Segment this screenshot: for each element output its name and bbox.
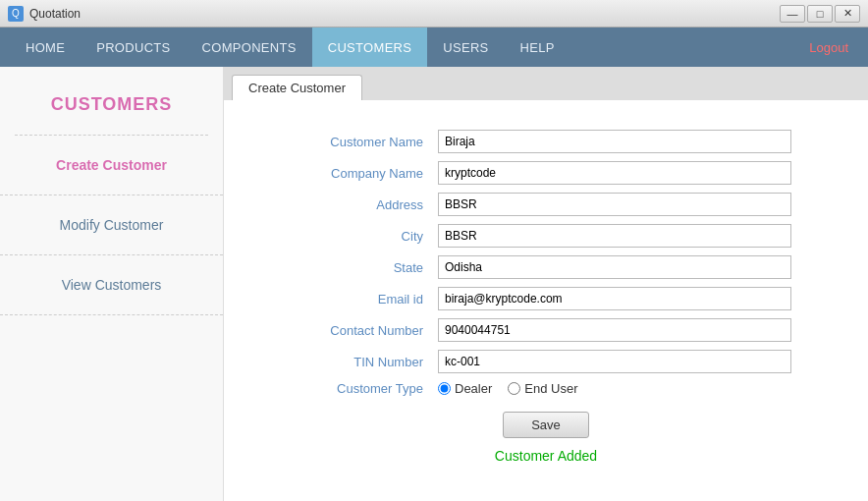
title-bar: Q Quotation — □ ✕ (0, 0, 868, 28)
radio-dealer-label: Dealer (455, 381, 492, 396)
success-message: Customer Added (300, 448, 791, 464)
tab-bar: Create Customer (224, 67, 868, 100)
address-row: Address (300, 193, 791, 216)
company-name-row: Company Name (300, 161, 791, 185)
radio-enduser-label: End User (524, 381, 577, 396)
app-title: Quotation (29, 7, 780, 21)
window-controls: — □ ✕ (780, 5, 860, 23)
company-name-input[interactable] (438, 161, 791, 185)
radio-dealer-input[interactable] (438, 382, 451, 395)
tin-row: TIN Number (300, 350, 791, 373)
tin-input[interactable] (438, 350, 791, 373)
city-row: City (300, 224, 791, 248)
address-label: Address (300, 197, 438, 212)
radio-enduser-input[interactable] (508, 382, 520, 395)
contact-row: Contact Number (300, 318, 791, 342)
logout-button[interactable]: Logout (799, 40, 858, 55)
nav-users[interactable]: USERS (427, 28, 504, 67)
minimize-button[interactable]: — (780, 5, 805, 23)
nav-products[interactable]: PRODUCTS (81, 28, 186, 67)
city-label: City (300, 229, 438, 244)
tin-label: TIN Number (300, 355, 438, 369)
radio-dealer[interactable]: Dealer (438, 381, 492, 396)
sidebar: CUSTOMERS Create Customer Modify Custome… (0, 67, 224, 501)
email-row: Email id (300, 287, 791, 310)
save-button[interactable]: Save (503, 412, 589, 438)
save-row: Save (300, 412, 791, 438)
main-layout: CUSTOMERS Create Customer Modify Custome… (0, 67, 868, 501)
contact-input[interactable] (438, 318, 791, 342)
contact-label: Contact Number (300, 323, 438, 338)
customer-type-group: Dealer End User (438, 381, 578, 396)
nav-customers[interactable]: CUSTOMERS (312, 28, 428, 67)
email-label: Email id (300, 292, 438, 306)
customer-type-row: Customer Type Dealer End User (300, 381, 791, 396)
state-label: State (300, 260, 438, 275)
address-input[interactable] (438, 193, 791, 216)
company-name-label: Company Name (300, 166, 438, 181)
close-button[interactable]: ✕ (835, 5, 860, 23)
customer-name-row: Customer Name (300, 130, 791, 153)
sidebar-item-create-customer[interactable]: Create Customer (0, 136, 223, 195)
radio-enduser[interactable]: End User (508, 381, 577, 396)
nav-components[interactable]: COMPONENTS (187, 28, 312, 67)
maximize-button[interactable]: □ (807, 5, 833, 23)
content-area: Create Customer Customer Name Company Na… (224, 67, 868, 501)
sidebar-item-view-customers[interactable]: View Customers (0, 255, 223, 315)
state-input[interactable] (438, 255, 791, 279)
sidebar-item-modify-customer[interactable]: Modify Customer (0, 195, 223, 255)
city-input[interactable] (438, 224, 791, 248)
email-input[interactable] (438, 287, 791, 310)
tab-create-customer[interactable]: Create Customer (232, 75, 362, 100)
nav-home[interactable]: HOME (10, 28, 81, 67)
state-row: State (300, 255, 791, 279)
app-icon: Q (8, 6, 24, 22)
customer-name-label: Customer Name (300, 135, 438, 149)
customer-form: Customer Name Company Name Address City (300, 130, 791, 464)
customer-type-label: Customer Type (300, 381, 438, 396)
customer-name-input[interactable] (438, 130, 791, 153)
form-panel: Customer Name Company Name Address City (224, 100, 868, 501)
sidebar-title: CUSTOMERS (0, 67, 223, 135)
navbar: HOME PRODUCTS COMPONENTS CUSTOMERS USERS… (0, 28, 868, 67)
nav-help[interactable]: HELP (505, 28, 570, 67)
